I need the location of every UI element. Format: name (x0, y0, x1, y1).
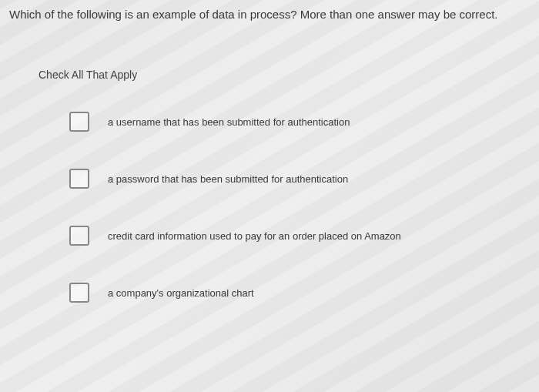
option-label: credit card information used to pay for … (108, 230, 401, 242)
checkbox-option-1[interactable] (69, 112, 89, 132)
checkbox-option-2[interactable] (69, 169, 89, 189)
checkbox-option-3[interactable] (69, 226, 89, 246)
options-container: a username that has been submitted for a… (0, 104, 539, 303)
option-row: credit card information used to pay for … (69, 226, 508, 246)
option-row: a company's organizational chart (69, 283, 508, 303)
option-label: a password that has been submitted for a… (108, 173, 348, 185)
checkbox-option-4[interactable] (69, 283, 89, 303)
option-label: a username that has been submitted for a… (108, 116, 350, 128)
question-text: Which of the following is an example of … (0, 0, 539, 38)
option-label: a company's organizational chart (108, 287, 254, 299)
option-row: a username that has been submitted for a… (69, 112, 508, 132)
option-row: a password that has been submitted for a… (69, 169, 508, 189)
instruction-text: Check All That Apply (0, 38, 539, 104)
